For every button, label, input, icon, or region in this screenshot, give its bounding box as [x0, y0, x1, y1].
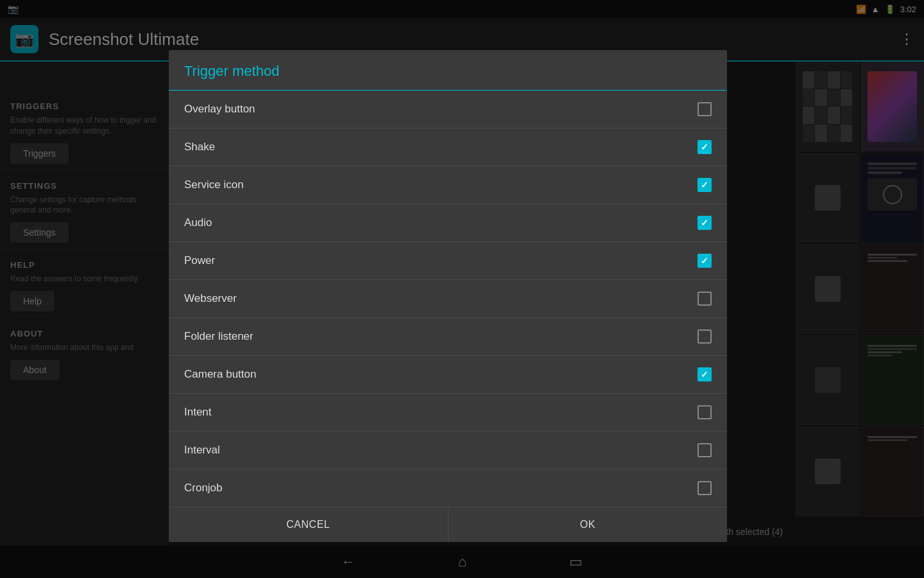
dialog-item-cronjob[interactable]: Cronjob — [169, 469, 727, 507]
dialog-item-label-shake: Shake — [184, 141, 215, 153]
dialog-item-camera_button[interactable]: Camera button — [169, 356, 727, 394]
dialog-item-webserver[interactable]: Webserver — [169, 280, 727, 318]
dialog-item-interval[interactable]: Interval — [169, 432, 727, 469]
dialog-item-label-power: Power — [184, 254, 215, 267]
cancel-button[interactable]: Cancel — [169, 507, 449, 542]
dialog-item-intent[interactable]: Intent — [169, 394, 727, 432]
dialog-item-overlay_button[interactable]: Overlay button — [169, 91, 727, 128]
ok-button[interactable]: Ok — [449, 507, 728, 542]
dialog-item-label-audio: Audio — [184, 216, 212, 229]
dialog-item-label-webserver: Webserver — [184, 292, 237, 305]
dialog-item-label-overlay_button: Overlay button — [184, 103, 255, 116]
dialog-checkbox-camera_button[interactable] — [697, 367, 712, 381]
dialog-title: Trigger method — [184, 63, 279, 79]
dialog-checkbox-interval[interactable] — [697, 443, 712, 457]
dialog-checkbox-cronjob[interactable] — [697, 481, 712, 495]
dialog-item-folder_listener[interactable]: Folder listener — [169, 318, 727, 356]
dialog-item-service_icon[interactable]: Service icon — [169, 166, 727, 204]
dialog-checkbox-intent[interactable] — [697, 405, 712, 419]
dialog-checkbox-service_icon[interactable] — [697, 178, 712, 192]
dialog-item-shake[interactable]: Shake — [169, 128, 727, 166]
dialog-item-label-camera_button: Camera button — [184, 368, 256, 381]
dialog-item-power[interactable]: Power — [169, 242, 727, 280]
dialog-checkbox-overlay_button[interactable] — [697, 102, 712, 116]
dialog-item-label-folder_listener: Folder listener — [184, 330, 253, 343]
dialog-checkbox-webserver[interactable] — [697, 292, 712, 306]
dialog-item-label-service_icon: Service icon — [184, 179, 244, 191]
dialog-title-bar: Trigger method — [169, 50, 727, 91]
dialog-footer: Cancel Ok — [169, 507, 727, 542]
dialog-checkbox-power[interactable] — [697, 254, 712, 268]
trigger-method-dialog: Trigger method Overlay buttonShakeServic… — [169, 50, 727, 542]
dialog-item-label-intent: Intent — [184, 406, 212, 419]
dialog-checkbox-audio[interactable] — [697, 216, 712, 230]
dialog-item-label-cronjob: Cronjob — [184, 482, 223, 495]
dialog-item-audio[interactable]: Audio — [169, 204, 727, 242]
dialog-body: Overlay buttonShakeService iconAudioPowe… — [169, 91, 727, 507]
dialog-checkbox-folder_listener[interactable] — [697, 329, 712, 344]
dialog-checkbox-shake[interactable] — [697, 140, 712, 154]
dialog-item-label-interval: Interval — [184, 444, 220, 457]
